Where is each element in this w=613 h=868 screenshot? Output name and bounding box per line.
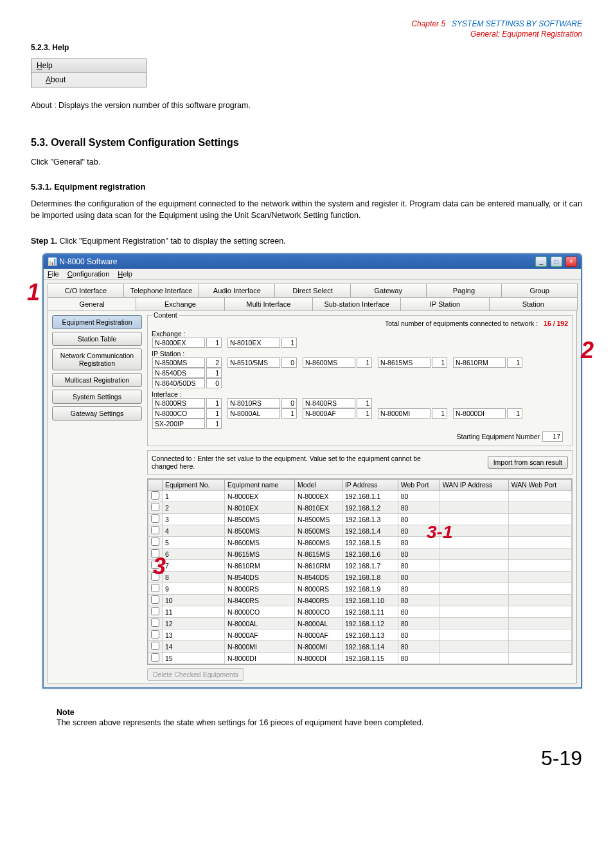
table-row[interactable]: 13N-8000AFN-8000AF192.168.1.1380	[148, 629, 572, 641]
delete-checked-button[interactable]: Delete Checked Equipments	[147, 668, 244, 681]
tab-ip-station[interactable]: IP Station	[400, 297, 489, 311]
tab-audio-interface[interactable]: Audio Interface	[199, 284, 275, 297]
count-field[interactable]: 1	[206, 398, 222, 408]
row-checkbox[interactable]	[148, 537, 163, 548]
table-row[interactable]: 15N-8000DIN-8000DI192.168.1.1580	[148, 653, 572, 664]
row-checkbox[interactable]	[148, 664, 163, 665]
table-row[interactable]: 9N-8000RSN-8000RS192.168.1.980	[148, 583, 572, 595]
nav-gateway-settings[interactable]: Gateway Settings	[52, 406, 142, 420]
tab-c-o-interface[interactable]: C/O Interface	[48, 284, 124, 297]
count-field[interactable]: 1	[432, 357, 447, 368]
count-field[interactable]: 1	[357, 398, 372, 408]
minimize-button[interactable]: _	[535, 257, 547, 267]
tab-paging[interactable]: Paging	[426, 284, 502, 297]
row-checkbox[interactable]	[148, 514, 163, 525]
nav-network-communication-registration[interactable]: Network Communication Registration	[52, 348, 142, 370]
row-checkbox[interactable]	[148, 606, 163, 618]
table-row[interactable]: 12N-8000ALN-8000AL192.168.1.1280	[148, 618, 572, 629]
cell-wanip	[440, 491, 508, 502]
section-5-2-3: 5.2.3. Help	[31, 43, 582, 52]
cell-model: N-8000AF	[295, 629, 342, 641]
row-checkbox[interactable]	[148, 525, 163, 537]
table-row[interactable]: 5N-8600MSN-8600MS192.168.1.580	[148, 537, 572, 548]
count-field[interactable]: 0	[281, 398, 297, 408]
table-row[interactable]: 2N-8010EXN-8010EX192.168.1.280	[148, 502, 572, 514]
model-chip: N-8500MS	[152, 357, 205, 368]
count-field[interactable]: 1	[507, 357, 522, 368]
tab-group[interactable]: Group	[501, 284, 578, 297]
count-field[interactable]: 1	[281, 338, 297, 348]
count-field[interactable]: 1	[206, 338, 222, 348]
row-checkbox[interactable]	[148, 491, 163, 502]
row-checkbox[interactable]	[148, 583, 163, 595]
menubar: File Configuration Help	[44, 269, 581, 280]
cell-ip: 192.168.1.8	[342, 572, 398, 583]
tab-multi-interface[interactable]: Multi Interface	[224, 297, 313, 311]
equipment-table-wrap[interactable]: Equipment No.Equipment nameModelIP Addre…	[147, 478, 573, 665]
cell-no: 12	[163, 618, 225, 629]
nav-system-settings[interactable]: System Settings	[52, 390, 142, 404]
table-row[interactable]: 6N-8615MSN-8615MS192.168.1.680	[148, 548, 572, 560]
table-row[interactable]: 14N-8000MIN-8000MI192.168.1.1480	[148, 641, 572, 653]
row-checkbox[interactable]	[148, 595, 163, 606]
count-field[interactable]: 1	[206, 368, 222, 378]
cell-wanip	[440, 502, 508, 514]
row-checkbox[interactable]	[148, 618, 163, 629]
cell-ip: 192.168.1.12	[342, 618, 398, 629]
cell-no: 13	[163, 629, 225, 641]
table-row[interactable]: 11N-8000CON-8000CO192.168.1.1180	[148, 606, 572, 618]
window-buttons: _ □ ×	[534, 257, 577, 267]
cell-name: N-8540DS	[224, 572, 294, 583]
cell-model: N-8500MS	[295, 514, 342, 525]
cell-model: N-8010EX	[295, 502, 342, 514]
table-row[interactable]: 3N-8500MSN-8500MS192.168.1.380	[148, 514, 572, 525]
starting-value[interactable]: 17	[542, 431, 563, 442]
nav-multicast-registration[interactable]: Multicast Registration	[52, 373, 142, 387]
count-field[interactable]: 0	[281, 357, 297, 368]
cell-model: N-8000CO	[295, 606, 342, 618]
tab-direct-select[interactable]: Direct Select	[274, 284, 351, 297]
tab-telephone-interface[interactable]: Telephone Interface	[123, 284, 200, 297]
tab-sub-station-interface[interactable]: Sub-station Interface	[312, 297, 401, 311]
table-row[interactable]: 7N-8610RMN-8610RM192.168.1.780	[148, 560, 572, 572]
count-field[interactable]: 1	[357, 357, 372, 368]
nav-station-table[interactable]: Station Table	[52, 332, 142, 346]
count-field[interactable]: 0	[206, 378, 222, 388]
row-checkbox[interactable]	[148, 629, 163, 641]
callout-3-1: 3-1	[427, 522, 452, 543]
cell-wanip	[440, 653, 508, 664]
menu-configuration[interactable]: Configuration	[67, 270, 109, 278]
count-field[interactable]: 1	[281, 408, 297, 419]
help-menu-about[interactable]: About	[31, 73, 146, 87]
cell-no: 14	[163, 641, 225, 653]
count-field[interactable]: 1	[206, 408, 222, 419]
tab-station[interactable]: Station	[489, 297, 578, 311]
model-chip: N-8000MI	[378, 408, 431, 419]
count-field[interactable]: 2	[206, 357, 222, 368]
table-row[interactable]: 8N-8540DSN-8540DS192.168.1.880	[148, 572, 572, 583]
menu-help[interactable]: Help	[118, 270, 132, 278]
row-checkbox[interactable]	[148, 502, 163, 514]
row-checkbox[interactable]	[148, 653, 163, 664]
table-row[interactable]: 4N-8500MSN-8500MS192.168.1.480	[148, 525, 572, 537]
nav-equipment-registration[interactable]: Equipment Registration	[52, 315, 142, 329]
import-button[interactable]: Import from scan result	[488, 456, 568, 469]
table-row[interactable]: 16SX-200IPSX-200IP192.168.1.1680	[148, 664, 572, 665]
table-row[interactable]: 1N-8000EXN-8000EX192.168.1.180	[148, 491, 572, 502]
maximize-button[interactable]: □	[551, 257, 562, 267]
menu-file[interactable]: File	[48, 270, 59, 278]
count-field[interactable]: 1	[357, 408, 372, 419]
help-menu-title[interactable]: Help	[31, 59, 146, 73]
count-field[interactable]: 1	[432, 408, 447, 419]
cell-no: 15	[163, 653, 225, 664]
tab-gateway[interactable]: Gateway	[350, 284, 427, 297]
tab-general[interactable]: General	[48, 297, 136, 311]
count-field[interactable]: 1	[206, 419, 222, 429]
cell-wanport	[508, 641, 571, 653]
tab-exchange[interactable]: Exchange	[136, 297, 224, 311]
row-checkbox[interactable]	[148, 641, 163, 653]
table-row[interactable]: 10N-8400RSN-8400RS192.168.1.1080	[148, 595, 572, 606]
close-button[interactable]: ×	[565, 257, 577, 267]
count-field[interactable]: 1	[507, 408, 522, 419]
cell-wanip	[440, 641, 508, 653]
